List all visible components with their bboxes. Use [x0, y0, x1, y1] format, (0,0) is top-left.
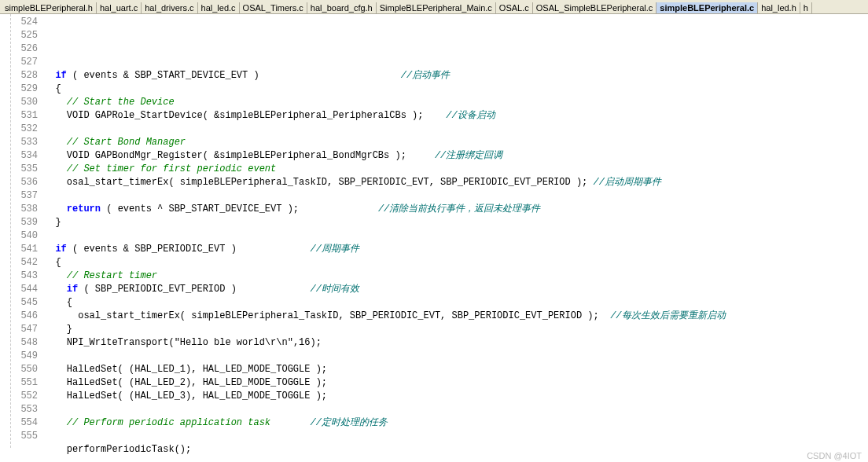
line-number: 552 — [11, 390, 38, 403]
line-number: 528 — [11, 69, 38, 82]
line-number: 526 — [11, 42, 38, 56]
code-line[interactable] — [44, 456, 868, 462]
code-line[interactable]: performPeriodicTask(); — [44, 443, 868, 456]
line-number: 547 — [11, 323, 38, 336]
code-line[interactable]: return ( events ^ SBP_START_DEVICE_EVT )… — [44, 203, 868, 216]
line-number: 541 — [11, 243, 38, 256]
code-line[interactable] — [44, 189, 868, 203]
code-line[interactable] — [44, 229, 868, 243]
line-number: 548 — [11, 336, 38, 350]
code-line[interactable]: if ( SBP_PERIODIC_EVT_PERIOD ) //时间有效 — [44, 283, 868, 296]
line-number: 554 — [11, 416, 38, 430]
file-tab[interactable]: OSAL_SimpleBLEPeripheral.c — [533, 2, 657, 13]
file-tab[interactable]: hal_led.c — [198, 2, 240, 13]
line-number: 551 — [11, 376, 38, 390]
file-tab[interactable]: OSAL_Timers.c — [240, 2, 307, 13]
line-number: 549 — [11, 350, 38, 363]
code-line[interactable]: // Start the Device — [44, 96, 868, 109]
code-line[interactable]: // Perform periodic application task //定… — [44, 416, 868, 430]
code-line[interactable]: HalLedSet( (HAL_LED_3), HAL_LED_MODE_TOG… — [44, 390, 868, 403]
code-line[interactable]: NPI_WriteTransport("Hello ble world\r\n"… — [44, 336, 868, 350]
code-line[interactable]: VOID GAPRole_StartDevice( &simpleBLEPeri… — [44, 109, 868, 123]
code-line[interactable]: { — [44, 82, 868, 96]
code-line[interactable]: } — [44, 216, 868, 229]
file-tab[interactable]: hal_led.h — [758, 2, 800, 13]
line-number: 529 — [11, 82, 38, 96]
file-tab[interactable]: h — [800, 2, 812, 13]
code-line[interactable] — [44, 403, 868, 416]
file-tab[interactable]: hal_drivers.c — [142, 2, 197, 13]
code-line[interactable]: osal_start_timerEx( simpleBLEPeripheral_… — [44, 176, 868, 189]
line-number: 524 — [11, 16, 38, 29]
watermark: CSDN @4IOT — [807, 451, 862, 460]
code-line[interactable] — [44, 123, 868, 136]
file-tab[interactable]: simpleBLEPeripheral.h — [2, 2, 97, 13]
line-number: 532 — [11, 123, 38, 136]
code-line[interactable]: HalLedSet( (HAL_LED_2), HAL_LED_MODE_TOG… — [44, 376, 868, 390]
line-number: 542 — [11, 256, 38, 270]
code-line[interactable]: if ( events & SBP_PERIODIC_EVT ) //周期事件 — [44, 243, 868, 256]
line-number: 553 — [11, 403, 38, 416]
code-text-area[interactable]: if ( events & SBP_START_DEVICE_EVT ) //启… — [44, 14, 868, 448]
line-number: 527 — [11, 56, 38, 69]
code-line[interactable]: if ( events & SBP_START_DEVICE_EVT ) //启… — [44, 69, 868, 82]
code-line[interactable] — [44, 350, 868, 363]
code-line[interactable]: { — [44, 256, 868, 270]
file-tab[interactable]: hal_uart.c — [97, 2, 142, 13]
line-number: 543 — [11, 270, 38, 283]
line-number: 555 — [11, 430, 38, 443]
line-number: 540 — [11, 229, 38, 243]
code-line[interactable]: VOID GAPBondMgr_Register( &simpleBLEPeri… — [44, 149, 868, 163]
file-tab[interactable]: hal_board_cfg.h — [307, 2, 377, 13]
line-number: 545 — [11, 296, 38, 310]
code-line[interactable]: // Set timer for first periodic event — [44, 163, 868, 176]
line-number: 550 — [11, 363, 38, 376]
code-line[interactable] — [44, 430, 868, 443]
file-tab[interactable]: OSAL.c — [496, 2, 533, 13]
line-number: 538 — [11, 203, 38, 216]
file-tab[interactable]: simpleBLEPeripheral.c — [657, 2, 758, 13]
code-line[interactable]: osal_start_timerEx( simpleBLEPeripheral_… — [44, 310, 868, 323]
tab-bar: simpleBLEPeripheral.hhal_uart.chal_drive… — [0, 0, 868, 14]
code-editor[interactable]: 5245255265275285295305315325335345355365… — [0, 14, 868, 448]
line-number: 534 — [11, 149, 38, 163]
line-number: 544 — [11, 283, 38, 296]
line-number: 539 — [11, 216, 38, 229]
line-number: 535 — [11, 163, 38, 176]
line-number: 533 — [11, 136, 38, 149]
code-line[interactable]: { — [44, 296, 868, 310]
line-number: 536 — [11, 176, 38, 189]
code-line[interactable]: // Start Bond Manager — [44, 136, 868, 149]
line-number: 531 — [11, 109, 38, 123]
line-number: 530 — [11, 96, 38, 109]
line-number-gutter: 5245255265275285295305315325335345355365… — [11, 14, 44, 448]
code-line[interactable]: // Restart timer — [44, 270, 868, 283]
line-number: 546 — [11, 310, 38, 323]
fold-gutter — [0, 14, 11, 448]
code-line[interactable]: } — [44, 323, 868, 336]
line-number: 525 — [11, 29, 38, 42]
file-tab[interactable]: SimpleBLEPeripheral_Main.c — [377, 2, 496, 13]
code-line[interactable]: HalLedSet( (HAL_LED_1), HAL_LED_MODE_TOG… — [44, 363, 868, 376]
code-line[interactable] — [44, 56, 868, 69]
line-number: 537 — [11, 189, 38, 203]
